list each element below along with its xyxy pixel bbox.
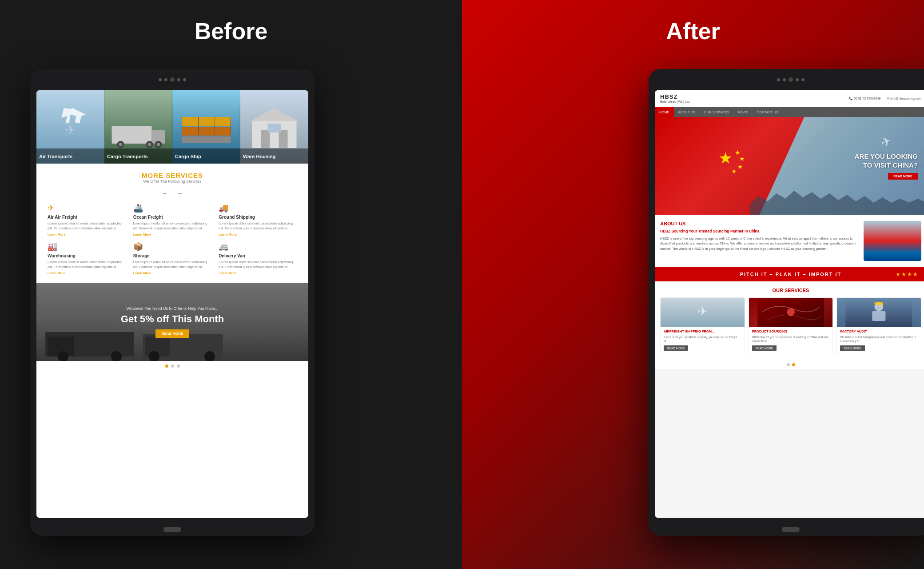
service-title-4: Storage bbox=[133, 253, 212, 258]
pitch-banner: PITCH IT – PLAN IT – IMPORT IT ★ ★ ★ ★ bbox=[655, 267, 924, 281]
nav-contact[interactable]: CONTACT US bbox=[753, 107, 783, 117]
after-page-dot-2[interactable] bbox=[792, 363, 795, 366]
after-service-desc-0: If you need your products urgently, you … bbox=[664, 335, 741, 343]
logo-main-text: HBSZ bbox=[660, 94, 690, 100]
service-image-strip: ✈ Air Transports bbox=[36, 90, 308, 164]
service-link-2[interactable]: Learn More bbox=[219, 232, 297, 236]
services-grid: ✈ Air Air Freight Lorem ipsum dolor sit … bbox=[48, 203, 297, 275]
hero-city-silhouette bbox=[750, 188, 924, 215]
service-item-cargo-truck: Cargo Transports bbox=[104, 90, 172, 164]
tablet-dot-4 bbox=[183, 78, 186, 81]
service-title-1: Ocean Freight bbox=[133, 215, 212, 220]
cargo-ship-label: Cargo Ship bbox=[175, 154, 201, 159]
service-card-1: 🚢 Ocean Freight Lorem ipsum dolor sit am… bbox=[133, 203, 212, 236]
after-contact-info: 📞 00 91 43 37668048 ✉ info@hbstsouring.c… bbox=[849, 97, 921, 100]
after-read-more-0[interactable]: READ MORE bbox=[664, 345, 688, 351]
service-card-2: 🚚 Ground Shipping Lorem ipsum dolor sit … bbox=[219, 203, 297, 236]
before-screen-content: ✈ Air Transports bbox=[36, 90, 308, 518]
star-large: ★ bbox=[718, 150, 733, 166]
service-nav[interactable]: ← → bbox=[48, 190, 297, 197]
tablet-after-topbar bbox=[649, 69, 924, 90]
tablet-after-dot-4 bbox=[801, 78, 805, 81]
after-hero: ★ ★ ★ ★ ★ ✈ ARE YOU LOOKING TO VISIT bbox=[655, 117, 924, 215]
star-small-4: ★ bbox=[731, 168, 737, 175]
after-read-more-2[interactable]: READ MORE bbox=[840, 345, 864, 351]
section-labels: Before After bbox=[0, 0, 924, 62]
after-page-dot-1[interactable] bbox=[787, 363, 790, 366]
more-services-section: MORE SERVICES We Offer The Following Ser… bbox=[36, 164, 308, 283]
contact-phone: 📞 00 91 43 37668048 bbox=[849, 97, 880, 100]
svg-text:✈: ✈ bbox=[65, 123, 76, 137]
nav-home[interactable]: HOME bbox=[655, 107, 674, 117]
nav-next[interactable]: → bbox=[177, 190, 183, 197]
svg-rect-41 bbox=[872, 311, 886, 321]
before-label-container: Before bbox=[0, 0, 462, 62]
service-item-air: ✈ Air Transports bbox=[36, 90, 104, 164]
tablet-after: HBSZ Enterprises (Pvt.) Ltd. 📞 00 91 43 … bbox=[649, 69, 924, 536]
after-about-section: ABOUT US HBSZ Sourcing Your Trusted Sour… bbox=[655, 215, 924, 267]
tablet-after-home-btn[interactable] bbox=[782, 527, 800, 532]
service-card-3: 🏭 Warehousing Lorem ipsum dolor sit amet… bbox=[48, 242, 126, 275]
service-link-3[interactable]: Learn More bbox=[48, 271, 126, 275]
nav-news[interactable]: NEWS bbox=[733, 107, 753, 117]
service-icon-1: 🚢 bbox=[133, 203, 212, 213]
after-service-title-2: FACTORY AUDIT bbox=[840, 329, 918, 333]
svg-point-8 bbox=[148, 143, 151, 146]
service-title-2: Ground Shipping bbox=[219, 215, 297, 220]
service-link-0[interactable]: Learn More bbox=[48, 232, 126, 236]
tablet-after-dot-2 bbox=[783, 78, 786, 81]
page-dot-1[interactable] bbox=[165, 365, 168, 368]
service-link-5[interactable]: Learn More bbox=[219, 271, 297, 275]
hero-plane-icon: ✈ bbox=[879, 133, 893, 151]
service-icon-4: 📦 bbox=[133, 242, 212, 252]
service-desc-2: Lorem ipsum dolor sit amet consectetur a… bbox=[219, 221, 297, 231]
cargo-truck-label: Cargo Transports bbox=[107, 154, 148, 159]
tablet-dot-2 bbox=[164, 78, 167, 81]
tablet-dot-3 bbox=[177, 78, 180, 81]
promo-button[interactable]: READ MORE bbox=[155, 329, 190, 338]
service-icon-0: ✈ bbox=[48, 203, 126, 213]
tablet-dot-1 bbox=[159, 78, 162, 81]
svg-rect-14 bbox=[182, 136, 231, 143]
after-nav: HOME ABOUT US OUR SERVICES NEWS CONTACT … bbox=[655, 107, 924, 117]
service-item-warehouse: Ware Housing bbox=[240, 90, 308, 164]
about-text: ABOUT US HBSZ Sourcing Your Trusted Sour… bbox=[660, 221, 858, 251]
service-desc-4: Lorem ipsum dolor sit amet consectetur a… bbox=[133, 260, 212, 269]
service-link-4[interactable]: Learn More bbox=[133, 271, 212, 275]
service-card-5: 🚐 Delivery Van Lorem ipsum dolor sit ame… bbox=[219, 242, 297, 275]
after-screen-content: HBSZ Enterprises (Pvt.) Ltd. 📞 00 91 43 … bbox=[655, 90, 924, 518]
svg-rect-23 bbox=[279, 130, 288, 148]
service-desc-1: Lorem ipsum dolor sit amet consectetur a… bbox=[133, 221, 212, 231]
nav-about[interactable]: ABOUT US bbox=[674, 107, 700, 117]
star-small-2: ★ bbox=[739, 155, 745, 162]
star-small-3: ★ bbox=[737, 163, 743, 170]
svg-point-6 bbox=[119, 143, 123, 146]
service-desc-3: Lorem ipsum dolor sit amet consectetur a… bbox=[48, 260, 126, 269]
pitch-stars: ★ ★ ★ ★ bbox=[896, 271, 918, 277]
after-pagination bbox=[655, 361, 924, 369]
hero-read-more-btn[interactable]: READ MORE bbox=[888, 173, 918, 180]
tablet-after-dot-3 bbox=[796, 78, 799, 81]
nav-services[interactable]: OUR SERVICES bbox=[700, 107, 734, 117]
about-subtitle: HBSZ Sourcing Your Trusted Sourcing Part… bbox=[660, 229, 858, 233]
after-logo: HBSZ Enterprises (Pvt.) Ltd. bbox=[660, 94, 690, 104]
after-read-more-1[interactable]: READ MORE bbox=[752, 345, 777, 351]
page-dot-2[interactable] bbox=[171, 365, 174, 368]
warehouse-overlay: Ware Housing bbox=[240, 148, 308, 164]
page-dot-3[interactable] bbox=[177, 365, 180, 368]
promo-banner: Whatever You Need Us to Offer or Help Yo… bbox=[36, 283, 308, 361]
cargo-truck-overlay: Cargo Transports bbox=[104, 148, 172, 164]
airfreight-svg: ✈ bbox=[661, 298, 745, 327]
service-desc-0: Lorem ipsum dolor sit amet consectetur a… bbox=[48, 221, 126, 231]
tablet-home-btn[interactable] bbox=[163, 527, 181, 532]
svg-point-10 bbox=[157, 143, 160, 146]
flag-stars: ★ ★ ★ ★ ★ bbox=[716, 148, 752, 184]
tablet-before: ✈ Air Transports bbox=[30, 69, 315, 536]
after-service-desc-2: We believe in full transparency and cust… bbox=[840, 335, 918, 343]
more-services-title: MORE SERVICES bbox=[48, 172, 297, 179]
cargo-ship-overlay: Cargo Ship bbox=[172, 148, 240, 164]
after-service-body-1: PRODUCT SOURCING HBSZ has 15 years exper… bbox=[749, 327, 833, 354]
nav-prev[interactable]: ← bbox=[162, 190, 168, 197]
after-service-card-1: PRODUCT SOURCING HBSZ has 15 years exper… bbox=[749, 297, 833, 354]
service-link-1[interactable]: Learn More bbox=[133, 232, 212, 236]
